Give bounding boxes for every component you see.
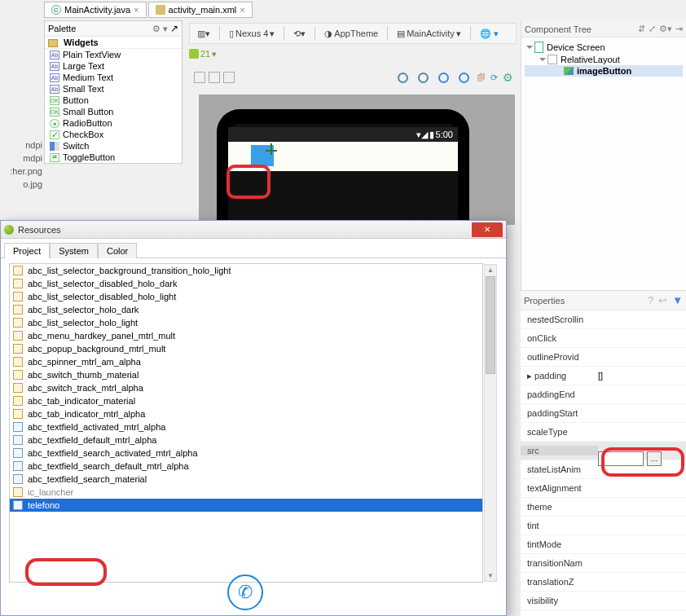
- api-selector[interactable]: 21▾: [189, 46, 238, 62]
- resource-item[interactable]: abc_spinner_mtrl_am_alpha: [10, 355, 482, 368]
- zoom-actual-icon[interactable]: [418, 73, 429, 83]
- property-row[interactable]: visibility: [521, 592, 686, 610]
- palette-item[interactable]: ⇄ToggleButton: [45, 152, 182, 163]
- tab-mainactivity[interactable]: C MainActivity.java ×: [44, 2, 147, 18]
- zoom-in-icon[interactable]: [438, 73, 449, 83]
- palette-item[interactable]: AbLarge Text: [45, 60, 182, 72]
- zoom-fit-icon[interactable]: [398, 73, 408, 83]
- image-icon: [564, 67, 574, 75]
- property-row[interactable]: tintMode: [521, 535, 686, 554]
- hide-icon[interactable]: ⇥: [675, 24, 683, 34]
- property-row[interactable]: textAlignment: [521, 479, 686, 498]
- close-icon[interactable]: ×: [134, 5, 139, 15]
- palette-item[interactable]: ✓CheckBox: [45, 129, 182, 140]
- close-icon[interactable]: ×: [240, 5, 244, 15]
- dialog-titlebar[interactable]: Resources ✕: [1, 221, 506, 239]
- dialog-tab-system[interactable]: System: [50, 243, 98, 258]
- align-tool-icon[interactable]: [194, 72, 205, 83]
- property-row[interactable]: outlineProvid: [521, 348, 686, 367]
- tree-node[interactable]: imageButton: [525, 65, 683, 77]
- property-value[interactable]: []: [598, 371, 686, 381]
- resource-item[interactable]: abc_list_selector_disabled_holo_dark: [10, 277, 482, 290]
- activity-selector[interactable]: ▤ MainActivity ▾: [393, 26, 465, 42]
- property-row[interactable]: paddingEnd: [521, 385, 686, 404]
- file-entry[interactable]: ndpi: [0, 139, 42, 152]
- palette-item[interactable]: OKSmall Button: [45, 106, 182, 117]
- resource-item[interactable]: abc_tab_indicator_mtrl_alpha: [10, 407, 482, 420]
- resource-item[interactable]: ic_launcher: [10, 486, 482, 499]
- wifi-icon: ▾◢: [416, 130, 428, 140]
- tab-label: activity_main.xml: [169, 5, 237, 15]
- imagebutton-preview[interactable]: [251, 145, 274, 166]
- zoom-out-icon[interactable]: [459, 73, 469, 83]
- resource-item[interactable]: abc_list_selector_disabled_holo_light: [10, 290, 482, 303]
- resource-item[interactable]: abc_textfield_search_material: [10, 473, 482, 486]
- file-entry[interactable]: o.jpg: [0, 178, 42, 191]
- expand-icon[interactable]: ↗: [170, 23, 178, 34]
- scroll-down-icon[interactable]: ▼: [485, 570, 496, 581]
- file-entry[interactable]: :her.png: [0, 165, 42, 178]
- gear-icon[interactable]: ⚙ ▾: [152, 24, 168, 33]
- resource-item[interactable]: abc_textfield_search_activated_mtrl_alph…: [10, 447, 482, 460]
- dialog-tab-color[interactable]: Color: [98, 243, 137, 258]
- expand-arrow-icon[interactable]: [539, 58, 546, 61]
- property-row[interactable]: scaleType: [521, 423, 686, 442]
- resource-item[interactable]: telefono: [10, 499, 482, 512]
- palette-item[interactable]: AbSmall Text: [45, 83, 182, 95]
- scroll-thumb[interactable]: [486, 276, 495, 374]
- file-entry[interactable]: mdpi: [0, 152, 42, 165]
- property-row[interactable]: tint: [521, 517, 686, 535]
- tab-activitymain-xml[interactable]: activity_main.xml ×: [148, 2, 253, 18]
- property-row[interactable]: paddingStart: [521, 404, 686, 423]
- palette-item[interactable]: AbMedium Text: [45, 72, 182, 83]
- resource-item[interactable]: abc_tab_indicator_material: [10, 394, 482, 407]
- filter-icon[interactable]: ▼: [672, 294, 683, 306]
- resource-item[interactable]: abc_popup_background_mtrl_mult: [10, 342, 482, 355]
- resource-item[interactable]: abc_list_selector_background_transition_…: [10, 264, 482, 277]
- palette-item[interactable]: OKButton: [45, 95, 182, 106]
- resource-item[interactable]: abc_menu_hardkey_panel_mtrl_mult: [10, 329, 482, 342]
- resource-item[interactable]: abc_textfield_search_default_mtrl_alpha: [10, 460, 482, 473]
- scroll-up-icon[interactable]: ▲: [485, 265, 496, 275]
- help-icon[interactable]: ?: [648, 294, 653, 306]
- gear-icon[interactable]: ⚙▾: [659, 24, 672, 34]
- expand-arrow-icon[interactable]: [526, 46, 533, 49]
- resource-item[interactable]: abc_list_selector_holo_dark: [10, 303, 482, 316]
- expand-icon[interactable]: ⤢: [649, 24, 656, 34]
- property-row[interactable]: nestedScrollin: [521, 310, 686, 329]
- refresh-icon[interactable]: ⟳: [490, 73, 498, 83]
- close-button[interactable]: ✕: [472, 222, 503, 237]
- tree-node[interactable]: RelativeLayout: [525, 54, 683, 65]
- property-row[interactable]: theme: [521, 498, 686, 517]
- property-row[interactable]: onClick: [521, 329, 686, 348]
- tree-node[interactable]: Device Screen: [525, 41, 683, 54]
- locale-icon[interactable]: 🌐 ▾: [476, 26, 503, 42]
- design-canvas[interactable]: ▾◢ ▮ 5:00: [199, 95, 515, 225]
- property-row[interactable]: translationZ: [521, 573, 686, 592]
- dialog-tab-project[interactable]: Project: [4, 243, 50, 258]
- resource-item[interactable]: abc_switch_thumb_material: [10, 368, 482, 381]
- resource-item[interactable]: abc_switch_track_mtrl_alpha: [10, 381, 482, 394]
- property-row[interactable]: ▸ padding[]: [521, 367, 686, 385]
- distribute-tool-icon[interactable]: [209, 72, 220, 83]
- palette-item[interactable]: AbPlain TextView: [45, 49, 182, 60]
- scrollbar[interactable]: ▲ ▼: [484, 264, 497, 582]
- palette-item[interactable]: ●RadioButton: [45, 117, 182, 129]
- palette-toggle-icon[interactable]: ▥▾: [193, 26, 214, 42]
- resource-item[interactable]: abc_textfield_activated_mtrl_alpha: [10, 420, 482, 433]
- collapse-icon[interactable]: ⇵: [638, 24, 645, 34]
- undo-icon[interactable]: ↩: [658, 294, 667, 306]
- component-tree[interactable]: Device ScreenRelativeLayoutimageButton: [521, 37, 686, 80]
- property-row[interactable]: transitionNam: [521, 554, 686, 573]
- palette-category[interactable]: Widgets: [45, 37, 182, 49]
- resource-item[interactable]: abc_list_selector_holo_light: [10, 316, 482, 329]
- orientation-icon[interactable]: ⟲▾: [289, 26, 310, 42]
- device-selector[interactable]: ▯ Nexus 4 ▾: [225, 26, 279, 42]
- settings-gear-icon[interactable]: ⚙: [503, 71, 513, 84]
- theme-selector[interactable]: ◑ AppTheme: [320, 26, 382, 42]
- resource-list[interactable]: abc_list_selector_background_transition_…: [9, 263, 483, 583]
- expand-tool-icon[interactable]: [223, 72, 235, 83]
- resource-item[interactable]: abc_textfield_default_mtrl_alpha: [10, 433, 482, 447]
- palette-item[interactable]: Switch: [45, 140, 182, 152]
- clipboard-icon[interactable]: 🗐: [477, 73, 486, 82]
